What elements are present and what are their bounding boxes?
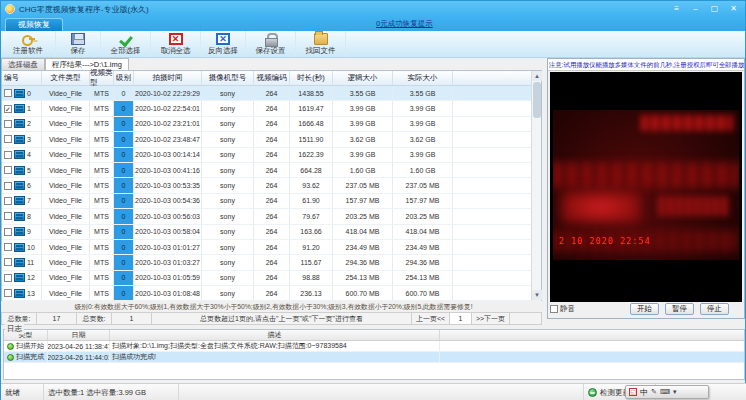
col-header-actual-size[interactable]: 实际大小 (393, 71, 453, 85)
table-row[interactable]: 10Video_FileMTS02020-10-03 01:01:27sony2… (2, 240, 541, 255)
mute-checkbox[interactable]: 静音 (550, 304, 575, 314)
scroll-thumb[interactable] (533, 82, 541, 118)
cell-shoot-time: 2020-10-03 00:56:03 (134, 209, 202, 223)
status-selection: 选中数量:1 选中容量:3.99 GB (44, 384, 179, 400)
row-checkbox[interactable] (4, 274, 12, 282)
col-header-filetype[interactable]: 文件类型 (42, 71, 90, 85)
cell-actual-size: 418.04 MB (393, 225, 453, 239)
ime-toolbar[interactable]: ◱ 中 ✎ ⌨ ▾ (625, 385, 709, 399)
row-id: 10 (27, 244, 35, 251)
save-settings-button[interactable]: 保存设置 (246, 31, 296, 57)
select-all-button[interactable]: 全部选择 (101, 31, 151, 57)
scroll-down-icon[interactable]: ▼ (532, 290, 542, 300)
table-row[interactable]: 13Video_FileMTS02020-10-03 01:08:48sony2… (2, 286, 541, 301)
table-row[interactable]: 4Video_FileMTS02020-10-03 00:14:14sony26… (2, 148, 541, 163)
table-row[interactable]: 11Video_FileMTS02020-10-03 01:03:27sony2… (2, 255, 541, 270)
stop-button[interactable]: 停止 (700, 303, 729, 315)
row-id: 5 (27, 167, 31, 174)
table-row[interactable]: 0Video_FileMTS02020-10-02 22:29:29sony26… (2, 86, 541, 101)
cell-logical-size: 600.70 MB (333, 286, 393, 300)
table-row[interactable]: 8Video_FileMTS02020-10-03 00:56:03sony26… (2, 209, 541, 224)
log-status-icon (7, 343, 14, 350)
tab-select-disk[interactable]: 选择磁盘 (1, 58, 45, 70)
cell-level: 0 (114, 148, 134, 162)
col-header-videotype[interactable]: 视频类型 (90, 71, 114, 85)
prev-page-button[interactable]: 上一页<< (412, 313, 450, 324)
row-checkbox[interactable] (4, 135, 12, 143)
pagination-hint: 总页数超过1页的,请点击"上一页"或"下一页"进行查看 (152, 313, 412, 324)
scroll-up-icon[interactable]: ▲ (532, 71, 542, 81)
red-x-icon: ✕ (169, 33, 183, 45)
table-row[interactable]: 7Video_FileMTS02020-10-03 00:54:36sony26… (2, 194, 541, 209)
cell-logical-size: 234.49 MB (333, 240, 393, 254)
table-scrollbar[interactable]: ▲ ▼ (531, 71, 541, 300)
table-row[interactable]: 3Video_FileMTS02020-10-02 23:48:47sony26… (2, 132, 541, 147)
find-files-button[interactable]: 找回文件 (296, 31, 346, 57)
ime-pen-icon[interactable]: ✎ (651, 388, 657, 396)
row-id: 13 (27, 290, 35, 297)
ime-language-indicator[interactable]: 中 (640, 387, 648, 398)
col-header-id[interactable]: 编号 (2, 71, 42, 85)
deselect-all-button[interactable]: ✕ 取消全选 (151, 31, 201, 57)
register-software-button[interactable]: 注册软件 (1, 31, 56, 57)
row-checkbox[interactable]: ✓ (4, 105, 12, 113)
start-button[interactable]: 开始 (630, 303, 659, 315)
tab-scan-result[interactable]: 程序结果--->D:\1.img (45, 58, 129, 70)
level-note: 级别0:有效数据大于60%;级别1,有效数据大于30%小于50%;级别2,有效数… (1, 301, 546, 312)
table-row[interactable]: 5Video_FileMTS02020-10-03 00:41:16sony26… (2, 163, 541, 178)
table-row[interactable]: 2Video_FileMTS02020-10-02 23:21:01sony26… (2, 117, 541, 132)
col-header-camera[interactable]: 摄像机型号 (202, 71, 254, 85)
next-page-button[interactable]: >>下一页 (472, 313, 510, 324)
mute-checkbox-box[interactable] (550, 305, 558, 313)
minimize-icon[interactable]: – (688, 3, 703, 14)
video-file-icon (14, 212, 25, 221)
ime-more-icon[interactable]: ▾ (673, 388, 677, 396)
row-checkbox[interactable] (4, 212, 12, 220)
col-header-codec[interactable]: 视频编码 (254, 71, 290, 85)
row-checkbox[interactable] (4, 228, 12, 236)
promo-link[interactable]: 0元成功恢复提示 (376, 19, 433, 29)
row-checkbox[interactable] (4, 151, 12, 159)
pause-button[interactable]: 暂停 (665, 303, 694, 315)
maximize-icon[interactable]: ▢ (707, 3, 722, 14)
row-checkbox[interactable] (4, 258, 12, 266)
log-col-desc[interactable]: 描述 (110, 330, 440, 340)
cell-file-type: Video_File (42, 209, 90, 223)
row-checkbox[interactable] (4, 197, 12, 205)
cell-duration: 91.20 (290, 240, 333, 254)
ime-keyboard-icon[interactable]: ⌨ (660, 388, 670, 396)
cell-logical-size: 3.99 GB (333, 148, 393, 162)
save-button[interactable]: 保存 (56, 31, 101, 57)
row-checkbox[interactable] (4, 166, 12, 174)
cell-codec: 264 (254, 148, 290, 162)
row-id: 6 (27, 182, 31, 189)
table-row[interactable]: 9Video_FileMTS02020-10-03 00:58:04sony26… (2, 225, 541, 240)
cell-duration: 115.67 (290, 255, 333, 269)
cell-actual-size: 294.36 MB (393, 255, 453, 269)
col-header-logical-size[interactable]: 逻辑大小 (333, 71, 393, 85)
page-number-input[interactable]: 1 (450, 313, 472, 324)
col-header-level[interactable]: 级别 (114, 71, 134, 85)
row-checkbox[interactable] (4, 120, 12, 128)
log-row[interactable]: 扫描完成 2023-04-26 11:44:01 扫描成功完成! (4, 352, 744, 363)
col-header-duration[interactable]: 时长(秒) (290, 71, 333, 85)
row-id: 9 (27, 228, 31, 235)
row-checkbox[interactable] (4, 243, 12, 251)
video-frame: 2 10 2020 22:54 (553, 110, 739, 260)
video-file-icon (14, 119, 25, 128)
log-col-date[interactable]: 日期 (48, 330, 110, 340)
tab-video-recovery[interactable]: 视频恢复 (5, 18, 63, 31)
invert-selection-button[interactable]: ✕ 反向选择 (201, 31, 246, 57)
row-checkbox[interactable] (4, 182, 12, 190)
col-header-time[interactable]: 拍摄时间 (134, 71, 202, 85)
row-checkbox[interactable] (4, 289, 12, 297)
table-row[interactable]: ✓1Video_FileMTS02020-10-02 22:54:01sony2… (2, 101, 541, 116)
menu-icon[interactable]: ≡ (669, 3, 684, 14)
row-checkbox[interactable] (4, 89, 12, 97)
log-row[interactable]: 扫描开始 2023-04-26 11:38:47 扫描对象:D:\1.img;扫… (4, 341, 744, 352)
table-row[interactable]: 12Video_FileMTS02020-10-03 01:05:59sony2… (2, 271, 541, 286)
video-preview-screen[interactable]: 2 10 2020 22:54 (550, 72, 742, 302)
close-icon[interactable]: ✕ (726, 3, 741, 14)
table-row[interactable]: 6Video_FileMTS02020-10-03 00:53:35sony26… (2, 178, 541, 193)
cell-shoot-time: 2020-10-03 00:41:16 (134, 163, 202, 177)
